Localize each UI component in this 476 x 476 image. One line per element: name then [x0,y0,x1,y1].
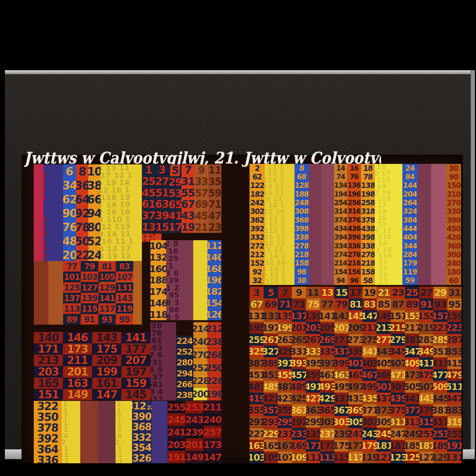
painted-number: 76 [63,221,76,233]
painted-number: 112 [207,241,221,251]
grid-cell: 465 [348,369,363,381]
grid-cell: 214 [193,322,207,335]
number-column: 248414420426432438444440434428417911959 [402,164,418,285]
painted-number: 390 [446,217,460,224]
painted-number: 398 [361,234,375,241]
grid-cell: 369 [348,404,363,416]
painted-number: 22 [76,250,88,261]
grid-cell: 145 [348,310,363,322]
grid-cell: 447 [447,392,461,404]
painted-number: 444 [403,225,417,232]
painted-number: 45 [142,188,155,198]
scribble-column: 64 291 158 73 386 524 917 46 238 675 149… [49,261,63,324]
painted-number: 104 [151,241,166,251]
grid-cell: 303 [334,416,349,428]
painted-number: 188 [294,190,309,198]
grid-cell: 240 [203,413,221,426]
grid-cell: 265 [292,334,306,346]
scribble-column: 83 47 29 65 31 96 52 18 74 36 92 58 23 6… [133,261,142,324]
grid-cell: 17 [348,287,363,298]
number-column: 32751633915 [155,164,169,233]
grid-cell: 163 [63,378,92,389]
grid-cell: 155 [419,310,433,322]
grid-cell: 397 [320,357,334,369]
painted-number: 98 [297,268,306,276]
painted-number: 66 [88,194,101,205]
painted-number: 17 [169,222,182,232]
painted-number: 47 [208,211,221,221]
painted-number: 58 [363,277,373,284]
grid-cell: 81 [98,261,116,272]
scribble-texture: 172 84 316 45 298 71 153 627 39 481 264 … [166,240,193,320]
scribble-column: 18 13 110 17 12 115 19 14 112 16 11 118 … [193,240,207,320]
grid-cell: 493 [320,381,334,392]
grid-cell: 149 [185,451,204,463]
painted-number: 368 [132,422,152,432]
scribble-column: 172 84 316 45 298 71 153 627 39 481 264 … [152,401,168,463]
grid-cell: 209 [348,322,363,334]
scribble-texture: 29 384 176 52 618 493 287 65 731 148 926… [151,322,176,400]
grid-cell: 329 [278,346,292,357]
painted-number: 2 [255,165,259,172]
grid-cell: 177 [121,343,151,355]
grid-cell: 157 [433,310,448,322]
grid-cell: 129 [98,282,116,293]
painted-number: 270 [446,199,460,206]
grid-cell: 343 [376,346,391,357]
framed-artwork-photo: Jwttws w Calvootvgjlwj, 21. Jwttw w Colv… [0,0,476,476]
grid-cell: 151 [391,310,405,322]
painted-number: 53 [169,188,182,199]
number-column: 93357694521 [194,164,208,233]
pair-214-grid: 214212240238270268252250228226200198 [193,322,221,400]
painted-number: 354 [132,443,152,453]
grid-cell: 483 [250,381,264,392]
painted-number: 220 [147,405,152,411]
grid-cell: 445 [433,392,448,404]
painted-number: 38 [88,180,101,191]
painted-number: 25 [142,176,155,187]
grid-cell: 31 [447,287,461,298]
grid-cell: 187 [419,440,433,452]
grid-cell: 146 [63,332,92,343]
grid-cell: 211 [362,322,377,334]
grid-cell: 511 [447,381,461,392]
grid-cell: 277 [376,334,391,346]
painted-number: 156 [348,269,361,275]
grid-cell: 139 [81,293,98,303]
scribble-column: 29 384 176 52 618 493 287 65 731 148 926… [309,164,322,285]
grid-cell: 87 [391,298,405,310]
grid-cell: 435 [362,392,377,404]
grid-cell: 411 [419,357,433,369]
wine-scribble: 29 384 176 52 618 493 287 65 731 148 926… [151,322,176,400]
grid-cell: 241 [168,426,186,438]
painted-number: 278 [294,242,309,250]
grid-cell: 261 [263,334,278,346]
painted-number: 214 [334,260,347,267]
painted-number: 284 [403,251,417,258]
painted-number: 242 [250,199,264,206]
painted-number: 180 [446,268,460,276]
grid-cell: 19 [362,287,377,298]
painted-number: 396 [348,234,361,241]
grid-cell: 237 [320,428,334,440]
grid-cell: 241 [348,428,363,440]
grid-cell: 197 [263,322,278,334]
grid-cell: 279 [391,334,405,346]
scribble-texture: 172 84 316 45 298 71 153 627 39 481 264 … [431,164,446,285]
grid-cell: 477 [433,369,448,381]
grid-cell: 125 [405,452,419,463]
painted-number: 62 [63,194,76,205]
painted-number: 59 [405,277,415,284]
painted-number: 390 [132,412,152,422]
grid-cell: 233 [292,428,306,440]
painted-number: 37 [142,211,155,221]
grid-cell: 103 [81,272,98,282]
grid-cell: 393 [292,357,306,369]
grid-cell: 509 [433,381,448,392]
grid-cell: 495 [334,381,349,392]
grid-cell: 383 [447,404,461,416]
painted-number: 364 [37,444,58,455]
painted-number: 24 [405,165,415,172]
painted-number: 248 [294,199,309,206]
painted-number: 336 [37,455,58,463]
